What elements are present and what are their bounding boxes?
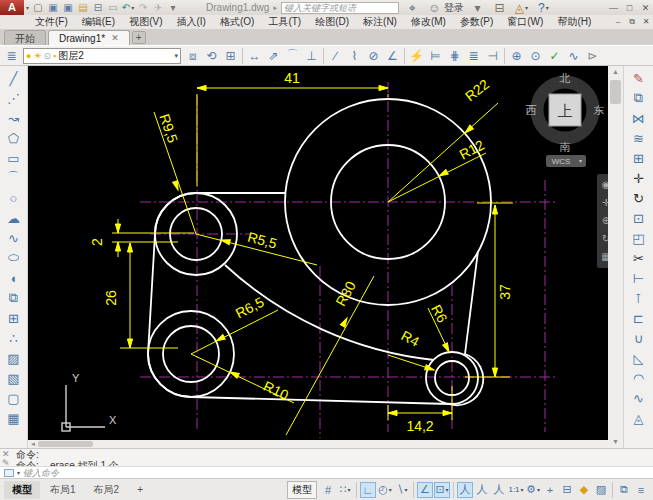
polar-tracking-caret-icon[interactable]: ▾: [389, 486, 392, 493]
recent-commands-icon[interactable]: [4, 469, 14, 477]
menu-file[interactable]: 文件(F): [28, 16, 75, 27]
new-layout-tab[interactable]: +: [129, 482, 151, 497]
annotation-scale-value[interactable]: 1:1▾: [508, 482, 524, 498]
viewcube-west-label[interactable]: 西: [526, 104, 537, 116]
layer-properties-icon[interactable]: ≣: [2, 47, 21, 65]
mirror-icon[interactable]: ⋈: [628, 108, 650, 128]
customization-icon[interactable]: ≡: [633, 482, 649, 498]
grid-display-icon[interactable]: #: [320, 482, 336, 498]
title-caret-icon[interactable]: ▸: [273, 4, 277, 12]
nav-wheel-icon[interactable]: ◉: [602, 179, 608, 190]
trim-icon[interactable]: ✂: [628, 248, 650, 268]
part-geometry[interactable]: [148, 99, 491, 405]
doc-minimize-icon[interactable]: ‒: [611, 16, 625, 28]
isolate-objects-icon[interactable]: ▨: [593, 482, 609, 498]
dim-radius-icon[interactable]: ∕: [326, 47, 345, 65]
nav-zoom-icon[interactable]: ⊕: [602, 215, 608, 226]
nav-pan-icon[interactable]: ✛: [602, 197, 608, 208]
app-logo-icon[interactable]: A: [0, 0, 24, 15]
scroll-up-icon[interactable]: ▲: [612, 66, 619, 78]
menu-insert[interactable]: 插入(I): [169, 16, 212, 27]
autodesk-exchange-caret-icon[interactable]: ▾: [525, 4, 528, 11]
object-snap-caret-icon[interactable]: ▾: [446, 486, 449, 493]
menu-modify[interactable]: 修改(M): [404, 16, 453, 27]
layer-lock-icon[interactable]: ⊙: [44, 49, 52, 63]
annotation-visibility-icon[interactable]: 人: [457, 482, 473, 498]
menu-view[interactable]: 视图(V): [122, 16, 169, 27]
menu-format[interactable]: 格式(O): [213, 16, 261, 27]
menu-draw[interactable]: 绘图(D): [308, 16, 356, 27]
vertical-scrollbar[interactable]: ▲ ▼: [608, 66, 623, 448]
polar-tracking-icon[interactable]: ◴▾: [377, 482, 393, 498]
viewcube[interactable]: 上 北 南 西 东 WCS ▾: [526, 72, 605, 167]
blend-curves-icon[interactable]: ∿: [628, 388, 650, 408]
layer-dropdown[interactable]: ●☀⊙▪ 图层2 ▾: [23, 48, 181, 64]
new-sheet-icon[interactable]: ▤: [76, 1, 90, 14]
circle-icon[interactable]: ○: [3, 188, 25, 208]
menu-parametric[interactable]: 参数(P): [453, 16, 500, 27]
part-outline[interactable]: [148, 193, 483, 405]
scroll-down-icon[interactable]: ▼: [612, 436, 619, 448]
sign-in-label[interactable]: 登录: [444, 1, 464, 15]
horizontal-scrollbar[interactable]: ◄: [28, 440, 608, 448]
dim-baseline-icon[interactable]: ⊨: [426, 47, 445, 65]
model-tab[interactable]: 模型: [4, 481, 40, 499]
table-icon[interactable]: ▦: [3, 408, 25, 428]
arc-icon[interactable]: ⌒: [3, 168, 25, 188]
polyline-icon[interactable]: ↝: [3, 108, 25, 128]
share-icon[interactable]: ✈: [151, 1, 165, 14]
menu-dimension[interactable]: 标注(N): [356, 16, 404, 27]
offset-icon[interactable]: ≋: [628, 128, 650, 148]
tab-start[interactable]: 开始: [4, 30, 46, 45]
array-icon[interactable]: ⊞: [628, 148, 650, 168]
doc-close-icon[interactable]: ✕: [639, 16, 653, 28]
stretch-icon[interactable]: ◰: [628, 228, 650, 248]
plot-icon[interactable]: ⊟: [91, 1, 105, 14]
join-icon[interactable]: ∪: [628, 328, 650, 348]
help-caret-icon[interactable]: ▾: [546, 4, 549, 11]
open-icon[interactable]: ▢: [31, 1, 45, 14]
dim-overflow-icon[interactable]: ⊳: [583, 47, 602, 65]
layout1-tab[interactable]: 布局1: [42, 481, 84, 499]
new-tab-button[interactable]: +: [132, 31, 146, 44]
menu-help[interactable]: 帮助(H): [550, 16, 598, 27]
explode-icon[interactable]: ◬: [628, 408, 650, 428]
ellipse-arc-icon[interactable]: ◖: [3, 268, 25, 288]
layer-dropdown-caret-icon[interactable]: ▾: [174, 52, 178, 60]
construction-line-icon[interactable]: ⋰: [3, 88, 25, 108]
menu-tools[interactable]: 工具(T): [261, 16, 308, 27]
workspace-switching-caret-icon[interactable]: ▾: [537, 486, 540, 493]
dim-break-icon[interactable]: ⊣: [483, 47, 502, 65]
annotation-autoscale-icon[interactable]: 人: [474, 482, 490, 498]
scale-icon[interactable]: ⊡: [628, 208, 650, 228]
snap-mode-caret-icon[interactable]: ▾: [347, 486, 350, 493]
annotation-monitor-icon[interactable]: +: [542, 482, 558, 498]
line-icon[interactable]: ╱: [3, 68, 25, 88]
extend-icon[interactable]: ⊢: [628, 268, 650, 288]
move-icon[interactable]: ✛: [628, 168, 650, 188]
scroll-left-icon[interactable]: ◄: [28, 441, 38, 447]
gradient-icon[interactable]: ▧: [3, 368, 25, 388]
create-block-icon[interactable]: ⊞: [3, 308, 25, 328]
workspace-switching-icon[interactable]: ⚙▾: [525, 482, 541, 498]
save-as-icon[interactable]: ▣: [61, 1, 75, 14]
save-icon[interactable]: ▣: [46, 1, 60, 14]
dim-arc-length-icon[interactable]: ⌒: [283, 47, 302, 65]
layer-on-bulb-icon[interactable]: ●: [26, 49, 31, 63]
model-space-toggle[interactable]: 模型: [287, 481, 317, 499]
recent-commands-caret-icon[interactable]: ▾: [17, 469, 20, 476]
redo-icon[interactable]: ↷: [136, 1, 150, 14]
vscroll-thumb[interactable]: [610, 80, 621, 104]
app-menu-caret-icon[interactable]: ▾: [26, 4, 29, 11]
graphics-performance-icon[interactable]: ◆: [576, 482, 592, 498]
layer-previous-icon[interactable]: ⟲: [202, 47, 221, 65]
dim-angular-icon[interactable]: ∠: [383, 47, 402, 65]
isometric-drafting-caret-icon[interactable]: ▾: [405, 486, 408, 493]
qat-more-icon[interactable]: ▾: [166, 1, 180, 14]
point-icon[interactable]: ∴: [3, 328, 25, 348]
command-input[interactable]: [23, 468, 653, 478]
layout2-tab[interactable]: 布局2: [86, 481, 128, 499]
dim-jog-line-icon[interactable]: ∿: [564, 47, 583, 65]
minimize-icon[interactable]: —: [606, 2, 621, 14]
doc-restore-icon[interactable]: ⧉: [625, 16, 639, 28]
